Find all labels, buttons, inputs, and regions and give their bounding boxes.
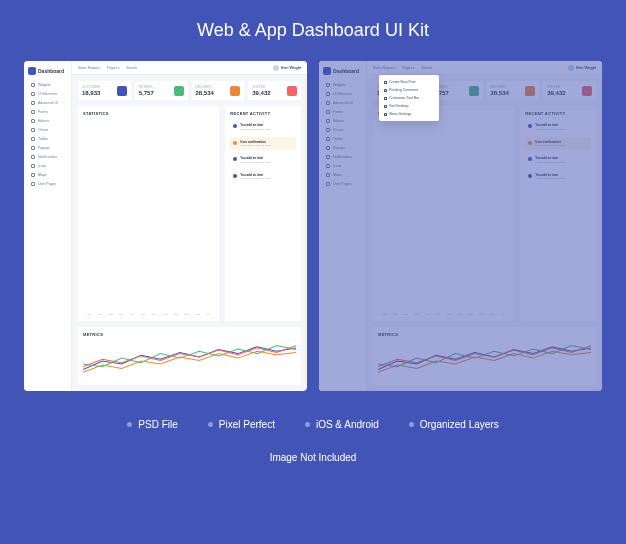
bar-label: Sat [436,313,440,316]
sidebar-item[interactable]: Notifications [28,153,67,161]
topbar-sales-report[interactable]: Sales Report▾ [373,66,396,70]
nav-label: User Pages [333,182,351,186]
sidebar-item[interactable]: UI Elements [323,90,362,98]
activity-item[interactable]: You add an itemLorem ipsum dolor sit ame… [230,120,296,134]
sidebar-item[interactable]: Maps [28,171,67,179]
line-series [378,347,591,370]
bar-group: Wed [183,312,191,316]
bar-label: Thu [119,313,123,316]
sidebar-item[interactable]: Popups [323,144,362,152]
activity-desc: Lorem ipsum dolor sit amet [535,144,565,147]
user-menu[interactable]: Erin Wright [568,65,596,71]
stat-card[interactable]: DELIVERY28,534 [192,81,245,100]
sidebar-item[interactable]: Charts [28,126,67,134]
page-title: Web & App Dashboard UI Kit [197,20,429,41]
bar-group: Thu [413,312,421,316]
nav-list: WidgetsUI ElementsAdvanced UIFormsEditor… [28,81,67,189]
bullet-icon [305,422,310,427]
dropdown-item[interactable]: Show Settings [379,110,439,118]
nav-label: User Pages [38,182,56,186]
activity-item[interactable]: You add an itemLorem ipsum dolor sit ame… [525,153,591,167]
dropdown-icon [384,89,387,92]
sidebar-item[interactable]: Advanced UI [323,99,362,107]
bar-label: Tue [393,313,397,316]
sidebar-item[interactable]: User Pages [323,180,362,188]
sidebar-item[interactable]: Widgets [323,81,362,89]
nav-icon [326,128,330,132]
activity-item[interactable]: You add an itemLorem ipsum dolor sit ame… [525,120,591,134]
bar-group: Tue [391,312,399,316]
bar-label: Fri [502,313,505,316]
sidebar-item[interactable]: User Pages [28,180,67,188]
card-value: 28,534 [491,90,509,96]
activity-panel: RECENT ACTIVITY You add an itemLorem ips… [520,106,596,321]
nav-list: WidgetsUI ElementsAdvanced UIFormsEditor… [323,81,362,189]
dropdown-item[interactable]: Customize Tool Bar [379,94,439,102]
dropdown-icon [384,113,387,116]
sidebar-item[interactable]: Advanced UI [28,99,67,107]
nav-label: Icons [333,164,341,168]
sidebar-item[interactable]: Forms [323,108,362,116]
activity-item[interactable]: You add an itemLorem ipsum dolor sit ame… [230,170,296,184]
stat-card[interactable]: DELIVERY28,534 [487,81,540,100]
footer-note: Image Not Included [270,452,357,463]
panel-title: RECENT ACTIVITY [230,111,296,116]
sidebar-item[interactable]: Forms [28,108,67,116]
feature-item: iOS & Android [305,419,379,430]
sidebar-item[interactable]: Icons [323,162,362,170]
sidebar-item[interactable]: Notifications [323,153,362,161]
statistics-panel: STATISTICS MonTueWedThuFriSatSunMonTueWe… [78,106,219,321]
activity-item[interactable]: You add an itemLorem ipsum dolor sit ame… [230,153,296,167]
sidebar-item[interactable]: Icons [28,162,67,170]
dropdown-item[interactable]: Pending Comment [379,86,439,94]
search-input[interactable]: Search [126,66,267,70]
logo[interactable]: Dashboard [323,67,362,75]
topbar-pages[interactable]: Pages▾ [402,66,415,70]
bar-label: Wed [108,313,113,316]
activity-dot-icon [233,124,237,128]
sidebar-item[interactable]: Maps [323,171,362,179]
dropdown-item[interactable]: Get Desktop [379,102,439,110]
dashboard-screen-light: Dashboard WidgetsUI ElementsAdvanced UIF… [24,61,307,391]
dropdown-item[interactable]: Create New Post [379,78,439,86]
metrics-panel: METRICS [78,327,301,385]
logo[interactable]: Dashboard [28,67,67,75]
activity-item[interactable]: You add an itemLorem ipsum dolor sit ame… [525,170,591,184]
stat-card[interactable]: VISITED39,432 [248,81,301,100]
stat-cards: CUSTOMER18,933ORDERS5,757DELIVERY28,534V… [78,81,301,100]
nav-icon [31,83,35,87]
activity-item[interactable]: User confirmationLorem ipsum dolor sit a… [230,137,296,151]
bar-group: Fri [423,312,431,316]
bar-group: Thu [118,312,126,316]
topbar-sales-report[interactable]: Sales Report▾ [78,66,101,70]
nav-label: Tables [333,137,343,141]
stat-card[interactable]: ORDERS5,757 [135,81,188,100]
sidebar-item[interactable]: UI Elements [28,90,67,98]
activity-list: You add an itemLorem ipsum dolor sit ame… [525,120,591,183]
bar-group: Wed [402,312,410,316]
activity-item[interactable]: User confirmationLorem ipsum dolor sit a… [525,137,591,151]
stat-card[interactable]: VISITED39,432 [543,81,596,100]
search-input[interactable]: Search [421,66,562,70]
sidebar-item[interactable]: Editors [323,117,362,125]
feature-item: PSD File [127,419,177,430]
nav-label: Advanced UI [333,101,353,105]
sidebar-item[interactable]: Widgets [28,81,67,89]
user-menu[interactable]: Erin Wright [273,65,301,71]
topbar-pages[interactable]: Pages▾ [107,66,120,70]
sidebar-item[interactable]: Tables [28,135,67,143]
sidebar-item[interactable]: Editors [28,117,67,125]
sidebar-item[interactable]: Charts [323,126,362,134]
sidebar-item[interactable]: Popups [28,144,67,152]
bar-label: Sun [152,313,156,316]
sidebar-item[interactable]: Tables [323,135,362,143]
metrics-panel: METRICS [373,327,596,385]
nav-icon [31,119,35,123]
card-icon [174,86,184,96]
stat-card[interactable]: CUSTOMER18,933 [78,81,131,100]
nav-label: Forms [38,110,48,114]
nav-label: UI Elements [38,92,57,96]
features-list: PSD FilePixel PerfectiOS & AndroidOrgani… [127,419,498,430]
nav-label: Widgets [38,83,51,87]
nav-icon [31,146,35,150]
